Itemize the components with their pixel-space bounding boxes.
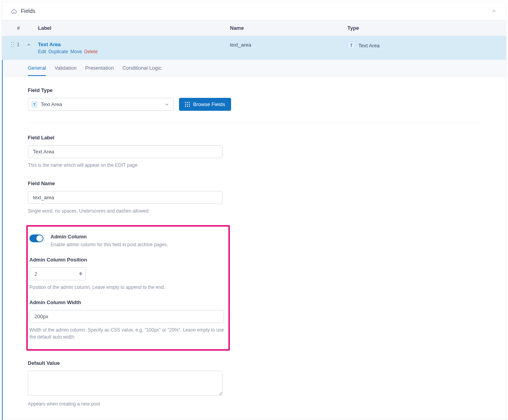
field-label-input[interactable] [28,145,222,158]
row-index: 1 [17,42,20,47]
field-editor: General Validation Presentation Conditio… [2,59,506,420]
svg-point-13 [187,106,188,107]
setting-admin-column: Admin Column Enable admin column for thi… [29,234,227,247]
setting-default-value: Default Value Appears when creating a ne… [28,360,480,419]
setting-field-name: Field Name Single word, no spaces. Under… [28,180,480,226]
svg-point-3 [13,44,14,45]
svg-point-4 [11,46,12,47]
tab-conditional-logic[interactable]: Conditional Logic [122,60,161,76]
type-badge-icon: T [347,41,355,49]
svg-point-2 [11,44,12,45]
field-type-select[interactable]: Text Area [28,98,174,111]
svg-point-11 [189,104,190,105]
action-delete[interactable]: Delete [84,49,98,54]
setting-field-label: Field Label This is the name which will … [28,135,480,180]
action-move[interactable]: Move [71,49,82,54]
tab-presentation[interactable]: Presentation [85,60,114,76]
col-label: Label [38,25,230,31]
svg-point-7 [187,102,188,103]
drag-handle[interactable]: 1 [11,41,26,47]
col-name: Name [230,25,347,31]
action-duplicate[interactable]: Duplicate [49,49,68,54]
setting-label: Field Type [28,87,480,93]
plugin-icon [11,8,17,14]
svg-point-14 [189,106,190,107]
row-type-text: Text Area [358,43,380,49]
setting-field-type: Field Type T Text Area Browse Fields [28,87,480,123]
svg-point-12 [185,106,186,107]
field-row[interactable]: 1 Text Area Edit Duplicate Move Delete t… [2,36,506,59]
highlight-annotation: Admin Column Enable admin column for thi… [26,225,230,351]
tab-general[interactable]: General [28,60,46,76]
col-index: # [11,25,26,31]
browse-fields-button[interactable]: Browse Fields [179,98,231,111]
setting-admin-column-position: Admin Column Position Position of the ad… [29,257,227,291]
setting-admin-column-width: Admin Column Width Width of the admin co… [29,299,227,341]
editor-tabs: General Validation Presentation Conditio… [2,60,506,76]
chevron-down-icon [164,102,170,107]
action-edit[interactable]: Edit [38,49,46,54]
admin-column-toggle[interactable] [29,234,43,242]
field-name-input[interactable] [28,191,222,204]
fields-panel: Fields # Label Name Type 1 Text Area Edi… [2,2,506,420]
svg-point-0 [11,42,12,43]
svg-marker-16 [79,274,82,276]
columns-header: # Label Name Type [2,20,506,36]
panel-collapse-toggle[interactable] [490,7,497,14]
row-name: text_area [230,41,347,48]
svg-point-8 [189,102,190,103]
grid-icon [185,102,190,107]
row-collapse-toggle[interactable] [26,41,38,47]
svg-point-9 [185,104,186,105]
svg-point-10 [187,104,188,105]
number-stepper[interactable] [78,270,83,278]
tab-validation[interactable]: Validation [54,60,76,76]
row-label[interactable]: Text Area [38,41,230,47]
admin-column-position-input[interactable] [29,267,86,280]
svg-point-1 [13,42,14,43]
panel-header: Fields [2,2,506,20]
svg-point-5 [13,46,14,47]
col-type: Type [347,25,497,31]
admin-column-width-input[interactable] [29,310,224,323]
default-value-input[interactable] [28,371,222,396]
svg-point-6 [185,102,186,103]
panel-title: Fields [21,8,35,14]
text-area-icon: T [31,101,38,108]
